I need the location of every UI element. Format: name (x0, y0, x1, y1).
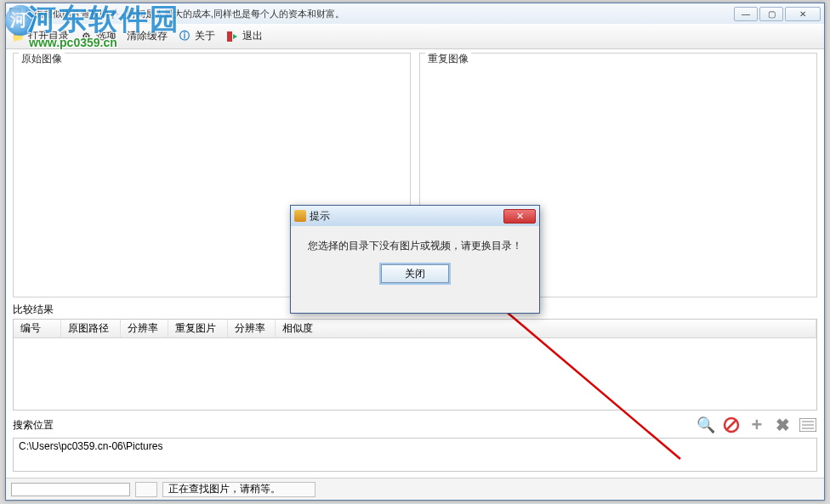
delete-icon[interactable]: ✖ (773, 416, 792, 434)
options-button[interactable]: ⚙ 选项 (79, 29, 117, 43)
about-label: 关于 (195, 29, 215, 43)
table-header: 编号 原图路径 分辨率 重复图片 分辨率 相似度 (14, 320, 816, 338)
exit-label: 退出 (242, 29, 263, 43)
list-icon[interactable] (799, 416, 817, 434)
prompt-dialog: 提示 ✕ 您选择的目录下没有图片或视频，请更换目录！ 关闭 (290, 205, 540, 314)
titlebar: 新雨相似图片查找助手 - 时间是人最大的成本,同样也是每个人的资本和财富。 — … (6, 3, 824, 24)
window-title: 新雨相似图片查找助手 - 时间是人最大的成本,同样也是每个人的资本和财富。 (25, 8, 734, 20)
open-folder-button[interactable]: 📁 打开目录 (11, 29, 69, 43)
gear-icon: ⚙ (79, 30, 93, 43)
dialog-message: 您选择的目录下没有图片或视频，请更换目录！ (291, 226, 539, 259)
dialog-x-button[interactable]: ✕ (503, 209, 536, 224)
col-dup-image[interactable]: 重复图片 (168, 320, 228, 337)
zoom-icon[interactable]: 🔍 (696, 416, 715, 434)
clear-cache-label: 清除缓存 (127, 29, 168, 43)
dialog-close-button[interactable]: 关闭 (381, 264, 449, 283)
col-orig-path[interactable]: 原图路径 (61, 320, 121, 337)
about-button[interactable]: ⓘ 关于 (178, 29, 215, 43)
dialog-icon (294, 210, 306, 222)
duplicate-panel-label: 重复图像 (425, 52, 471, 66)
toolbar: 📁 打开目录 ⚙ 选项 清除缓存 ⓘ 关于 退出 (6, 24, 824, 49)
folder-icon: 📁 (11, 30, 25, 43)
col-similarity[interactable]: 相似度 (276, 320, 816, 337)
svg-rect-0 (227, 31, 232, 42)
maximize-button[interactable]: ▢ (759, 7, 783, 21)
add-icon[interactable]: + (748, 416, 766, 434)
search-path-list[interactable]: C:\Users\pc0359.cn-06\Pictures (13, 438, 817, 472)
search-path-item[interactable]: C:\Users\pc0359.cn-06\Pictures (19, 440, 811, 452)
results-table[interactable]: 编号 原图路径 分辨率 重复图片 分辨率 相似度 (13, 319, 817, 411)
app-icon (9, 8, 21, 20)
exit-icon (225, 30, 239, 43)
status-cell-1 (135, 482, 157, 497)
svg-line-2 (727, 421, 736, 430)
forbidden-icon[interactable] (722, 416, 741, 434)
col-resolution1[interactable]: 分辨率 (121, 320, 168, 337)
statusbar: 正在查找图片，请稍等。 (6, 478, 824, 500)
exit-button[interactable]: 退出 (225, 29, 263, 43)
status-text: 正在查找图片，请稍等。 (162, 482, 316, 497)
dialog-titlebar: 提示 ✕ (291, 206, 539, 226)
col-resolution2[interactable]: 分辨率 (228, 320, 276, 337)
progress-bar (11, 483, 130, 496)
dialog-title-text: 提示 (310, 209, 330, 224)
original-panel-label: 原始图像 (19, 52, 65, 66)
options-label: 选项 (96, 29, 117, 43)
search-location-label: 搜索位置 (13, 418, 54, 433)
open-folder-label: 打开目录 (28, 29, 69, 43)
close-button[interactable]: ✕ (785, 7, 821, 21)
info-icon: ⓘ (178, 30, 191, 43)
col-index[interactable]: 编号 (14, 320, 61, 337)
minimize-button[interactable]: — (734, 7, 758, 21)
clear-cache-button[interactable]: 清除缓存 (127, 29, 168, 43)
